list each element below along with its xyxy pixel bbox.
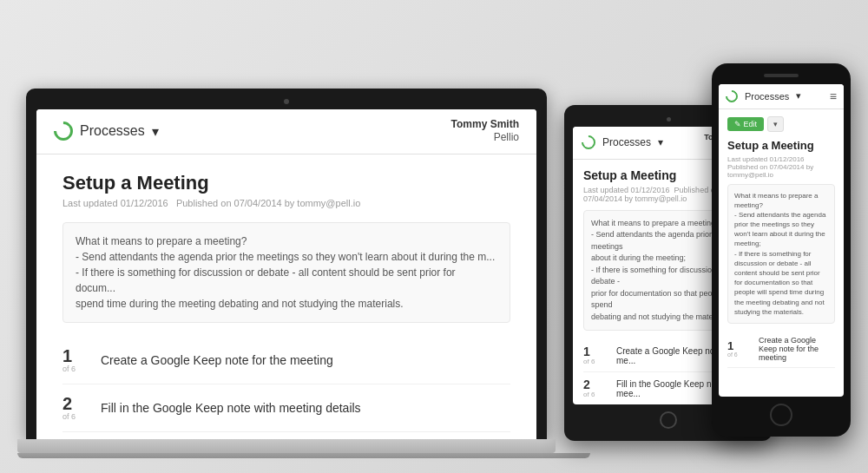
step-item[interactable]: 1 of 6 Create a Google Keep note for the…: [62, 337, 510, 384]
logo-icon: [49, 118, 76, 145]
dropdown-arrow: ▾: [152, 123, 159, 140]
step-label: Create a Google Keep note for the meetin…: [759, 336, 835, 362]
laptop-base: [17, 439, 556, 453]
page-title: Setup a Meeting: [727, 139, 835, 152]
step-number: 2 of 6: [62, 395, 87, 421]
laptop-app-header: Processes ▾ Tommy Smith Pellio: [36, 109, 536, 154]
user-info: Tommy Smith Pellio: [451, 118, 519, 145]
phone-screen: Processes ▾ ≡ ✎ Edit ▾ Setup a Meeting L…: [719, 84, 844, 397]
laptop-foot: [17, 453, 590, 458]
page-meta: Last updated 01/12/2016 Published on 07/…: [727, 155, 835, 179]
logo-icon: [723, 88, 740, 105]
description-box: What it means to prepare a meeting?- Sen…: [727, 184, 835, 324]
steps-list: 1 of 6 Create a Google Keep note for the…: [62, 337, 510, 439]
dropdown-arrow: ▾: [658, 136, 663, 148]
laptop-camera: [284, 99, 289, 104]
phone-app-content: ✎ Edit ▾ Setup a Meeting Last updated 01…: [719, 109, 844, 375]
hamburger-icon[interactable]: ≡: [830, 89, 837, 103]
phone-home-button[interactable]: [770, 404, 792, 426]
description-text: What it means to prepare a meeting?- Sen…: [76, 235, 495, 310]
logo-icon: [579, 133, 599, 153]
steps-list: 1of 6 Create a Google Keep note for the …: [727, 331, 835, 368]
tablet-camera: [667, 117, 671, 122]
laptop-screen: Processes ▾ Tommy Smith Pellio Setup a M…: [36, 109, 536, 439]
phone-device: Processes ▾ ≡ ✎ Edit ▾ Setup a Meeting L…: [712, 63, 851, 437]
user-name: Tommy Smith: [451, 118, 519, 132]
step-item[interactable]: 2 of 6 Fill in the Google Keep note with…: [62, 384, 510, 432]
dropdown-arrow: ▾: [796, 90, 801, 102]
phone-app-header: Processes ▾ ≡: [719, 84, 844, 109]
step-number: 1 of 6: [62, 347, 87, 373]
phone-speaker: [764, 74, 799, 77]
brand-name: Processes: [602, 136, 651, 148]
brand-name: Processes: [80, 123, 145, 139]
page-title: Setup a Meeting: [62, 172, 510, 194]
brand-name: Processes: [745, 91, 789, 102]
edit-button[interactable]: ✎ Edit: [727, 117, 764, 131]
scene: Processes ▾ Tommy Smith Pellio Setup a M…: [17, 16, 851, 458]
user-org: Pellio: [451, 131, 519, 145]
edit-dropdown-button[interactable]: ▾: [767, 116, 784, 132]
step-label: Create a Google Keep note for the meetin…: [101, 353, 333, 367]
step-item[interactable]: 1of 6 Create a Google Keep note for the …: [727, 331, 835, 368]
page-meta: Last updated 01/12/2016 Published on 07/…: [62, 198, 510, 208]
laptop-device: Processes ▾ Tommy Smith Pellio Setup a M…: [17, 89, 556, 458]
step-item[interactable]: 3 of 6 ✓ Schedule a meeting in Google Ca…: [62, 432, 510, 439]
description-text: What it means to prepare a meeting?- Sen…: [734, 192, 825, 316]
laptop-app-content: Setup a Meeting Last updated 01/12/2016 …: [36, 154, 536, 439]
tablet-home-button[interactable]: [660, 411, 677, 429]
tablet-app-logo[interactable]: Processes ▾: [582, 135, 663, 149]
phone-app-logo[interactable]: Processes ▾: [726, 90, 801, 102]
step-label: Fill in the Google Keep note with meetin…: [101, 401, 361, 415]
description-box: What it means to prepare a meeting?- Sen…: [62, 222, 510, 323]
edit-toolbar: ✎ Edit ▾: [727, 116, 835, 132]
laptop-app-logo[interactable]: Processes ▾: [54, 122, 159, 141]
